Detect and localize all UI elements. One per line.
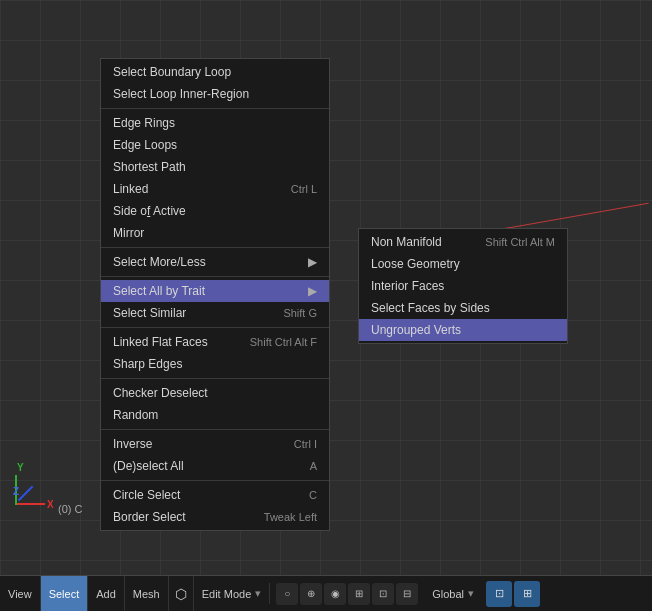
- viewport-icon-5[interactable]: ⊡: [372, 583, 394, 605]
- viewport-icon-6[interactable]: ⊟: [396, 583, 418, 605]
- statusbar-add[interactable]: Add: [88, 576, 125, 611]
- menu-item-select-all-by-trait[interactable]: Select All by Trait ▶: [101, 280, 329, 302]
- menu-item-shortest-path[interactable]: Shortest Path: [101, 156, 329, 178]
- menu-item-random[interactable]: Random: [101, 404, 329, 426]
- submenu-item-ungrouped-verts[interactable]: Ungrouped Verts: [359, 319, 567, 341]
- z-axis: [18, 486, 34, 502]
- viewport-icons-group: ○ ⊕ ◉ ⊞ ⊡ ⊟: [270, 583, 424, 605]
- statusbar-mesh-icon[interactable]: ⬡: [169, 576, 194, 611]
- arrow-icon: ▶: [308, 255, 317, 269]
- menu-item-sharp-edges[interactable]: Sharp Edges: [101, 353, 329, 375]
- arrow-icon-trait: ▶: [308, 284, 317, 298]
- end-icons-group: ⊡ ⊞: [482, 581, 544, 607]
- menu-item-border-select[interactable]: Border Select Tweak Left: [101, 506, 329, 528]
- menu-item-edge-loops[interactable]: Edge Loops: [101, 134, 329, 156]
- menu-item-linked[interactable]: Linked Ctrl L: [101, 178, 329, 200]
- context-menu: Select Boundary Loop Select Loop Inner-R…: [100, 58, 330, 531]
- menu-item-select-boundary-loop[interactable]: Select Boundary Loop: [101, 61, 329, 83]
- separator-1: [101, 108, 329, 109]
- statusbar-global[interactable]: Global: [424, 583, 482, 604]
- x-axis: [15, 503, 45, 505]
- submenu-item-interior-faces[interactable]: Interior Faces: [359, 275, 567, 297]
- statusbar-edit-mode[interactable]: Edit Mode: [194, 583, 271, 604]
- submenu-select-all-by-trait: Non Manifold Shift Ctrl Alt M Loose Geom…: [358, 228, 568, 344]
- vertex-count: (0) C: [58, 503, 82, 515]
- statusbar-view[interactable]: View: [0, 576, 41, 611]
- menu-item-edge-rings[interactable]: Edge Rings: [101, 112, 329, 134]
- menu-item-linked-flat-faces[interactable]: Linked Flat Faces Shift Ctrl Alt F: [101, 331, 329, 353]
- separator-3: [101, 276, 329, 277]
- menu-item-checker-deselect[interactable]: Checker Deselect: [101, 382, 329, 404]
- separator-6: [101, 429, 329, 430]
- viewport-icon-2[interactable]: ⊕: [300, 583, 322, 605]
- submenu-item-non-manifold[interactable]: Non Manifold Shift Ctrl Alt M: [359, 231, 567, 253]
- menu-item-circle-select[interactable]: Circle Select C: [101, 484, 329, 506]
- end-icon-1[interactable]: ⊡: [486, 581, 512, 607]
- menu-item-mirror[interactable]: Mirror: [101, 222, 329, 244]
- end-icon-2[interactable]: ⊞: [514, 581, 540, 607]
- menu-item-deselect-all[interactable]: (De)select All A: [101, 455, 329, 477]
- y-label: Y: [17, 462, 24, 473]
- axis-indicator: X Y Z: [15, 475, 55, 515]
- statusbar-select[interactable]: Select: [41, 576, 89, 611]
- separator-4: [101, 327, 329, 328]
- submenu-item-select-faces-by-sides[interactable]: Select Faces by Sides: [359, 297, 567, 319]
- menu-item-select-similar[interactable]: Select Similar Shift G: [101, 302, 329, 324]
- mesh-3d-icon: ⬡: [175, 586, 187, 602]
- separator-2: [101, 247, 329, 248]
- x-label: X: [47, 499, 54, 510]
- menu-item-inverse[interactable]: Inverse Ctrl I: [101, 433, 329, 455]
- menu-item-select-more-less[interactable]: Select More/Less ▶: [101, 251, 329, 273]
- menu-item-side-of-active[interactable]: Side of Active: [101, 200, 329, 222]
- z-label: Z: [13, 486, 19, 497]
- menu-item-select-loop-inner-region[interactable]: Select Loop Inner-Region: [101, 83, 329, 105]
- submenu-item-loose-geometry[interactable]: Loose Geometry: [359, 253, 567, 275]
- statusbar-mesh[interactable]: Mesh: [125, 576, 169, 611]
- viewport-icon-4[interactable]: ⊞: [348, 583, 370, 605]
- separator-5: [101, 378, 329, 379]
- viewport-icon-3[interactable]: ◉: [324, 583, 346, 605]
- separator-7: [101, 480, 329, 481]
- statusbar: View Select Add Mesh ⬡ Edit Mode ○ ⊕ ◉ ⊞…: [0, 575, 652, 611]
- viewport-icon-1[interactable]: ○: [276, 583, 298, 605]
